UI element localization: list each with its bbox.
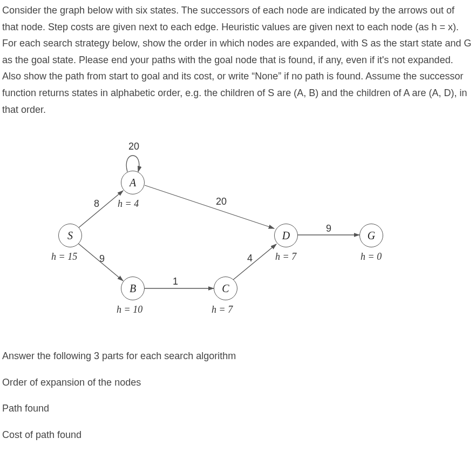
node-c-label: C <box>222 279 229 298</box>
node-g-label: G <box>368 226 375 245</box>
edge-cd-cost: 4 <box>247 250 253 267</box>
question-3: Cost of path found <box>2 427 473 443</box>
problem-statement: Consider the graph below with six states… <box>0 0 476 118</box>
edge-dg-cost: 9 <box>326 220 331 237</box>
node-g-h: h = 0 <box>361 248 382 265</box>
node-s: S <box>58 224 82 247</box>
node-s-h: h = 15 <box>51 248 77 265</box>
node-a-label: A <box>130 173 136 192</box>
problem-text: Consider the graph below with six states… <box>2 5 471 115</box>
node-g: G <box>359 224 383 247</box>
node-a-h: h = 4 <box>118 196 139 212</box>
questions-intro: Answer the following 3 parts for each se… <box>2 348 473 365</box>
question-2: Path found <box>2 400 473 417</box>
node-b-h: h = 10 <box>117 301 142 318</box>
node-c: C <box>214 277 237 300</box>
node-d: D <box>274 224 298 247</box>
node-a: A <box>121 171 145 194</box>
node-c-h: h = 7 <box>212 301 233 318</box>
node-d-label: D <box>282 226 290 245</box>
svg-line-0 <box>78 191 123 228</box>
edge-aa-cost: 20 <box>128 138 139 155</box>
edge-sa-cost: 8 <box>94 196 99 212</box>
question-1: Order of expansion of the nodes <box>2 374 473 391</box>
svg-line-2 <box>145 185 274 228</box>
edge-sb-cost: 9 <box>99 251 105 267</box>
node-s-label: S <box>67 226 73 245</box>
node-d-h: h = 7 <box>275 248 296 265</box>
node-b-label: B <box>130 279 136 298</box>
questions-section: Answer the following 3 parts for each se… <box>0 345 476 443</box>
edge-bc-cost: 1 <box>173 273 178 290</box>
node-b: B <box>121 277 145 300</box>
svg-line-4 <box>233 244 276 280</box>
edge-ad-cost: 20 <box>216 193 227 210</box>
graph-diagram: S h = 15 A h = 4 B h = 10 C h = 7 D h = … <box>0 129 476 328</box>
